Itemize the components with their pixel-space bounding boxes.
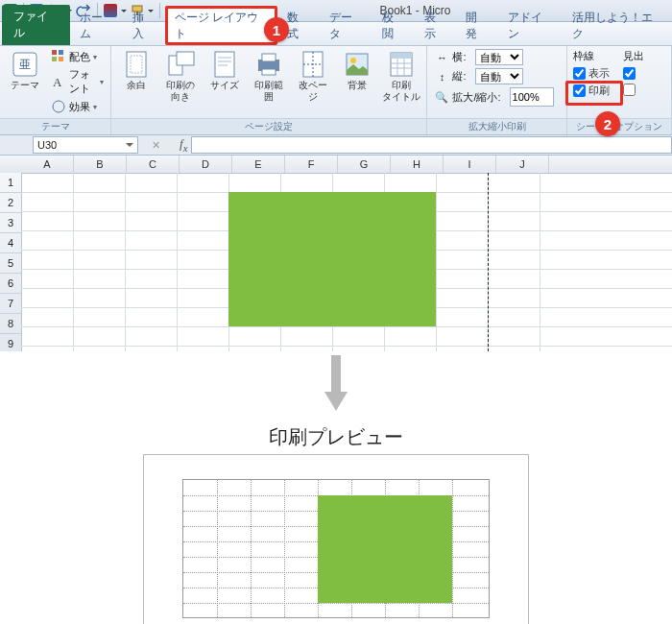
height-icon: ↕ [434,69,449,84]
svg-rect-7 [59,57,63,61]
preview-title: 印刷プレビュー [0,424,672,450]
arrow-down-icon [322,355,350,413]
colors-icon [51,49,66,64]
themes-button[interactable]: 亜 テーマ [4,48,46,115]
fx-icon[interactable]: fx [180,136,187,154]
formula-bar-row: U30 ✕ fx [0,135,672,156]
gridlines-view-checkbox[interactable]: 表示 [571,65,619,82]
orientation-icon [166,50,195,79]
filled-range [228,192,436,326]
cancel-icon[interactable]: ✕ [152,139,160,152]
cells-area[interactable] [21,173,672,351]
fonts-icon: A [51,74,66,89]
print-titles-icon [387,50,416,79]
svg-rect-16 [262,54,276,61]
ribbon-tabs: ファイル ホーム 挿入 ページ レイアウト 数式 データ 校閲 表示 開発 アド… [0,22,672,46]
preview-page [143,454,529,624]
select-all-corner[interactable] [0,156,22,174]
scale-icon: 🔍 [434,89,449,105]
effects-icon [51,99,66,114]
svg-text:A: A [53,75,62,89]
print-preview-section: 印刷プレビュー [0,355,672,624]
column-headers[interactable]: ABCDEFGHIJ [21,156,672,174]
tab-extra[interactable]: 活用しよう！エク [563,6,672,45]
headings-print-checkbox[interactable] [621,83,665,97]
group-page-setup: 余白 印刷の 向き サイズ 印刷範囲 改ページ 背景 印刷 タイトル ページ設定 [111,46,427,134]
orientation-button[interactable]: 印刷の 向き [159,48,202,104]
tab-insert[interactable]: 挿入 [123,6,165,45]
width-select[interactable]: 自動 [475,49,523,65]
row-headers[interactable]: 123456789 [0,173,22,351]
tab-view[interactable]: 表示 [415,6,457,45]
svg-point-20 [350,58,356,63]
background-icon [343,50,372,79]
page-break-line [488,173,489,351]
size-icon [210,50,239,79]
headings-label: 見出 [621,48,665,64]
svg-rect-4 [52,50,57,55]
margins-button[interactable]: 余白 [115,48,157,104]
svg-rect-17 [262,69,276,75]
svg-rect-13 [177,52,194,65]
tab-home[interactable]: ホーム [70,6,123,45]
name-box[interactable]: U30 [33,136,138,154]
width-icon: ↔ [434,50,449,65]
formula-bar[interactable] [191,136,672,154]
background-button[interactable]: 背景 [336,48,378,104]
preview-filled-range [318,495,452,603]
print-area-button[interactable]: 印刷範囲 [248,48,290,104]
height-select[interactable]: 自動 [475,68,523,84]
svg-rect-5 [59,50,63,55]
tab-addins[interactable]: アドイン [498,6,563,45]
scale-input[interactable] [510,87,554,107]
tab-developer[interactable]: 開発 [456,6,498,45]
gridlines-label: 枠線 [571,48,619,64]
svg-rect-14 [215,52,234,77]
breaks-icon [299,50,327,79]
group-scale: ↔横: 自動 ↕縦: 自動 🔍拡大/縮小: 拡大縮小印刷 [427,46,567,134]
tab-page-layout[interactable]: ページ レイアウト [165,6,277,45]
ribbon: 亜 テーマ 配色▾ Aフォント▾ 効果▾ テーマ 余白 印刷の 向き サイズ 印… [0,46,672,135]
tab-file[interactable]: ファイル [2,5,70,45]
print-area-icon [254,50,283,79]
print-titles-button[interactable]: 印刷 タイトル [380,48,422,104]
svg-rect-6 [52,57,57,61]
svg-point-9 [53,101,64,112]
tab-review[interactable]: 校閲 [372,6,415,45]
svg-text:亜: 亜 [19,58,31,71]
callout-2: 2 [595,111,620,136]
gridlines-print-checkbox[interactable]: 印刷 [571,83,619,99]
worksheet-grid[interactable]: ABCDEFGHIJ 123456789 [0,156,672,351]
headings-view-checkbox[interactable]: 表示 [621,65,665,82]
svg-rect-22 [391,53,412,59]
breaks-button[interactable]: 改ページ [292,48,334,104]
theme-colors-button[interactable]: 配色▾ [48,48,107,65]
callout-1: 1 [264,17,289,42]
tab-data[interactable]: データ [320,6,372,45]
size-button[interactable]: サイズ [204,48,246,104]
theme-effects-button[interactable]: 効果▾ [48,98,107,115]
group-themes: 亜 テーマ 配色▾ Aフォント▾ 効果▾ テーマ [0,46,111,134]
theme-fonts-button[interactable]: Aフォント▾ [48,66,107,97]
margins-icon [122,50,151,79]
